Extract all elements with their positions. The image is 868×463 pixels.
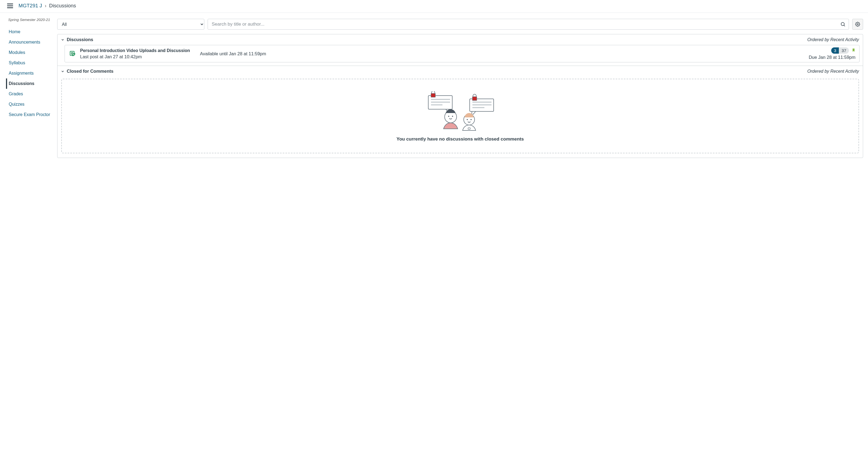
course-nav: Home Announcements Modules Syllabus Assi… (6, 27, 56, 120)
discussion-due: Due Jan 28 at 11:59pm (809, 55, 856, 60)
settings-button[interactable] (852, 19, 863, 30)
chevron-down-icon[interactable] (61, 69, 65, 73)
svg-rect-21 (472, 97, 477, 100)
unread-count: 3 (831, 47, 839, 54)
svg-point-23 (467, 119, 468, 120)
term-label: Spring Semester 2020-21 (6, 18, 56, 22)
nav-grades[interactable]: Grades (6, 89, 56, 99)
closed-empty-state: You currently have no discussions with c… (61, 79, 859, 153)
chevron-right-icon: › (45, 3, 46, 9)
hamburger-menu-button[interactable] (7, 4, 13, 8)
nav-secure-exam-proctor[interactable]: Secure Exam Proctor (6, 109, 56, 120)
breadcrumb-current: Discussions (49, 3, 76, 9)
nav-quizzes[interactable]: Quizzes (6, 99, 56, 109)
reply-count-badge: 3 37 (831, 47, 849, 54)
svg-point-2 (857, 24, 859, 25)
section-title-discussions: Discussions (67, 37, 93, 42)
section-title-closed: Closed for Comments (67, 69, 113, 74)
closed-empty-text: You currently have no discussions with c… (67, 136, 853, 142)
nav-announcements[interactable]: Announcements (6, 37, 56, 47)
order-label: Ordered by Recent Activity (807, 37, 859, 42)
discussion-icon (69, 50, 76, 57)
svg-point-14 (448, 116, 449, 117)
closed-comments-illustration (426, 91, 494, 132)
filter-select[interactable]: All (57, 19, 204, 30)
breadcrumb: MGT291 J › Discussions (19, 3, 76, 9)
discussion-availability: Available until Jan 28 at 11:59pm (200, 51, 809, 56)
bookmark-icon (851, 48, 856, 53)
discussion-row[interactable]: Personal Introduction Video Uploads and … (65, 45, 860, 62)
chevron-down-icon[interactable] (61, 38, 65, 42)
breadcrumb-course-link[interactable]: MGT291 J (19, 3, 42, 9)
nav-syllabus[interactable]: Syllabus (6, 58, 56, 68)
svg-point-15 (452, 116, 453, 117)
search-input[interactable] (208, 19, 849, 30)
order-label: Ordered by Recent Activity (807, 69, 859, 74)
svg-point-24 (470, 119, 472, 120)
discussion-last-post: Last post at Jan 27 at 10:42pm (80, 54, 200, 59)
discussion-title: Personal Introduction Video Uploads and … (80, 48, 200, 53)
nav-assignments[interactable]: Assignments (6, 68, 56, 78)
nav-discussions[interactable]: Discussions (6, 78, 56, 89)
nav-home[interactable]: Home (6, 27, 56, 37)
total-count: 37 (839, 47, 849, 54)
gear-icon (855, 22, 860, 27)
svg-rect-12 (431, 93, 435, 97)
nav-modules[interactable]: Modules (6, 47, 56, 58)
